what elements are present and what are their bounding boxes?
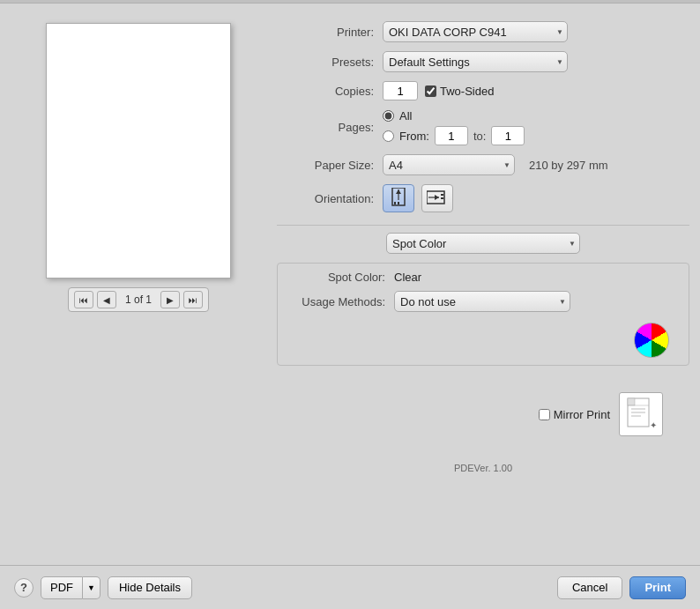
paper-size-select-wrapper: A4 Letter Legal <box>383 154 515 175</box>
usage-methods-row: Usage Methods: Do not use Use <box>288 291 678 312</box>
pages-all-row: All <box>383 109 525 123</box>
bottom-bar: ? PDF ▼ Hide Details Cancel Print <box>0 565 700 609</box>
pages-from-radio[interactable] <box>383 130 394 142</box>
usage-methods-select[interactable]: Do not use Use <box>394 291 570 312</box>
copies-control: Two-Sided <box>383 81 689 100</box>
pages-all-label: All <box>399 109 412 123</box>
hide-details-button[interactable]: Hide Details <box>108 576 192 599</box>
usage-methods-select-wrapper: Do not use Use <box>394 291 570 312</box>
paper-size-row: Paper Size: A4 Letter Legal 210 by 297 m… <box>277 154 689 175</box>
mirror-print-checkbox[interactable] <box>539 409 550 420</box>
mirror-print-text: Mirror Print <box>554 408 610 421</box>
content-area: ⏮ ◀ 1 of 1 ▶ ⏭ Printer: OKI DATA CORP C9… <box>0 4 700 565</box>
pages-from-row: From: to: <box>383 126 525 145</box>
printer-control: OKI DATA CORP C941 <box>383 21 689 42</box>
presets-select[interactable]: Default Settings <box>383 51 568 72</box>
document-icon: ✦ <box>623 397 659 432</box>
svg-text:✦: ✦ <box>650 420 657 430</box>
spot-color-wheel <box>634 323 669 358</box>
paper-size-select[interactable]: A4 Letter Legal <box>383 154 515 175</box>
page-preview <box>46 23 231 279</box>
paper-size-control: A4 Letter Legal 210 by 297 mm <box>383 154 689 175</box>
mirror-print-label[interactable]: Mirror Print <box>539 408 610 421</box>
spot-color-row: Spot Color: Clear <box>288 271 678 284</box>
pages-row: Pages: All From: to: <box>277 109 689 145</box>
cancel-button[interactable]: Cancel <box>557 576 622 599</box>
page-info: 1 of 1 <box>120 293 157 306</box>
copies-row: Copies: Two-Sided <box>277 81 689 100</box>
landscape-icon <box>427 189 448 207</box>
svg-rect-4 <box>398 202 399 204</box>
pdf-button-wrapper: PDF ▼ <box>41 576 101 599</box>
pages-from-input[interactable] <box>435 126 468 145</box>
two-sided-checkbox[interactable] <box>425 85 436 97</box>
preview-panel: ⏮ ◀ 1 of 1 ▶ ⏭ <box>11 14 266 565</box>
portrait-button[interactable] <box>383 184 414 212</box>
presets-control: Default Settings <box>383 51 689 72</box>
printer-row: Printer: OKI DATA CORP C941 <box>277 21 689 42</box>
two-sided-label[interactable]: Two-Sided <box>425 85 494 98</box>
section-select-wrapper: Spot Color <box>386 233 580 254</box>
section-dropdown-row: Spot Color <box>277 233 689 254</box>
spot-color-value: Clear <box>394 271 421 284</box>
presets-label: Presets: <box>277 56 383 69</box>
pages-all-radio[interactable] <box>383 110 394 122</box>
pages-from-label: From: <box>399 130 429 143</box>
pages-to-input[interactable] <box>491 126 525 145</box>
copies-input[interactable] <box>383 81 418 100</box>
mirror-print-icon: ✦ <box>619 392 663 436</box>
print-button[interactable]: Print <box>629 576 686 599</box>
svg-marker-2 <box>396 189 401 194</box>
last-page-button[interactable]: ⏭ <box>183 291 203 308</box>
pages-label: Pages: <box>277 121 383 134</box>
presets-row: Presets: Default Settings <box>277 51 689 72</box>
version-text: PDEVer. 1.00 <box>277 463 689 473</box>
pdf-arrow-button[interactable]: ▼ <box>83 576 101 599</box>
presets-select-wrapper: Default Settings <box>383 51 568 72</box>
pagination-bar: ⏮ ◀ 1 of 1 ▶ ⏭ <box>68 287 209 312</box>
pages-to-label: to: <box>473 130 486 143</box>
portrait-icon <box>391 188 406 209</box>
next-page-button[interactable]: ▶ <box>160 291 180 308</box>
svg-rect-11 <box>628 398 635 405</box>
prev-page-button[interactable]: ◀ <box>97 291 116 308</box>
paper-size-dimensions: 210 by 297 mm <box>529 159 608 172</box>
landscape-button[interactable] <box>421 184 453 212</box>
copies-label: Copies: <box>277 85 383 98</box>
svg-rect-9 <box>441 197 443 199</box>
section-select[interactable]: Spot Color <box>386 233 580 254</box>
help-button[interactable]: ? <box>14 578 34 598</box>
section-divider <box>277 225 689 226</box>
paper-size-label: Paper Size: <box>277 159 383 172</box>
pdf-button[interactable]: PDF <box>41 576 83 599</box>
pages-radio-group: All From: to: <box>383 109 525 145</box>
first-page-button[interactable]: ⏮ <box>74 291 93 308</box>
printer-select-wrapper: OKI DATA CORP C941 <box>383 21 568 42</box>
printer-select[interactable]: OKI DATA CORP C941 <box>383 21 568 42</box>
usage-methods-label: Usage Methods: <box>288 295 394 308</box>
orientation-control <box>383 184 689 212</box>
spot-color-section: Spot Color: Clear Usage Methods: Do not … <box>277 263 689 366</box>
printer-label: Printer: <box>277 26 383 39</box>
print-dialog: ⏮ ◀ 1 of 1 ▶ ⏭ Printer: OKI DATA CORP C9… <box>0 0 700 609</box>
two-sided-text: Two-Sided <box>440 85 494 98</box>
mirror-print-section: Mirror Print ✦ <box>277 392 663 436</box>
orientation-row: Orientation: <box>277 184 689 212</box>
orientation-label: Orientation: <box>277 192 383 205</box>
svg-rect-3 <box>394 202 396 204</box>
settings-panel: Printer: OKI DATA CORP C941 Presets: Def… <box>277 14 689 565</box>
spot-color-label: Spot Color: <box>288 271 394 284</box>
svg-rect-8 <box>441 194 443 196</box>
svg-marker-7 <box>435 195 439 200</box>
pages-control: All From: to: <box>383 109 689 145</box>
